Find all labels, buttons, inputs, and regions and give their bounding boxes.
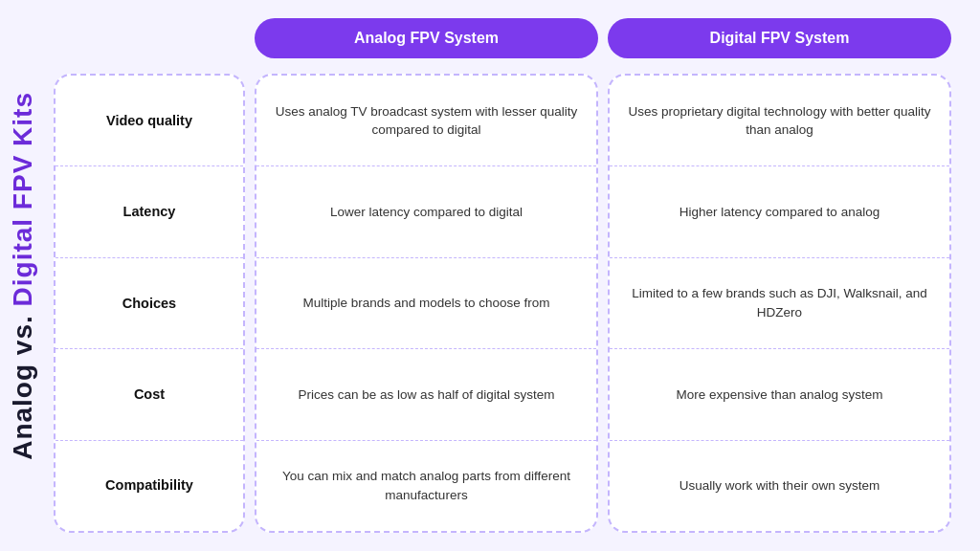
data-rows: Video quality Latency Choices Cost Compa… <box>54 74 951 533</box>
header-spacer <box>54 18 245 58</box>
analog-header: Analog FPV System <box>255 18 598 58</box>
analog-video-quality: Uses analog TV broadcast system with les… <box>256 76 596 166</box>
analog-choices: Multiple brands and models to choose fro… <box>256 258 596 349</box>
digital-header: Digital FPV System <box>608 18 951 58</box>
page-vertical-title: Analog vs. Digital FPV Kits <box>10 92 36 460</box>
label-choices: Choices <box>56 258 243 349</box>
digital-compatibility: Usually work with their own system <box>610 441 949 531</box>
digital-choices: Limited to a few brands such as DJI, Wal… <box>610 258 949 349</box>
digital-video-quality: Uses proprietary digital technology with… <box>610 76 949 166</box>
analog-compatibility: You can mix and match analog parts from … <box>256 441 596 531</box>
label-cost: Cost <box>56 349 243 440</box>
analog-latency: Lower latency compared to digital <box>256 166 596 257</box>
content-grid: Analog FPV System Digital FPV System Vid… <box>54 18 951 533</box>
label-video-quality: Video quality <box>56 76 243 166</box>
label-latency: Latency <box>56 166 243 257</box>
label-compatibility: Compatibility <box>56 441 243 531</box>
page-wrapper: Analog vs. Digital FPV Kits Analog FPV S… <box>0 0 980 551</box>
digital-column: Uses proprietary digital technology with… <box>608 74 951 533</box>
analog-column: Uses analog TV broadcast system with les… <box>255 74 598 533</box>
header-row: Analog FPV System Digital FPV System <box>54 18 951 58</box>
digital-latency: Higher latency compared to analog <box>610 166 949 257</box>
labels-column: Video quality Latency Choices Cost Compa… <box>54 74 245 533</box>
digital-cost: More expensive than analog system <box>610 349 949 440</box>
analog-cost: Prices can be as low as half of digital … <box>256 349 596 440</box>
